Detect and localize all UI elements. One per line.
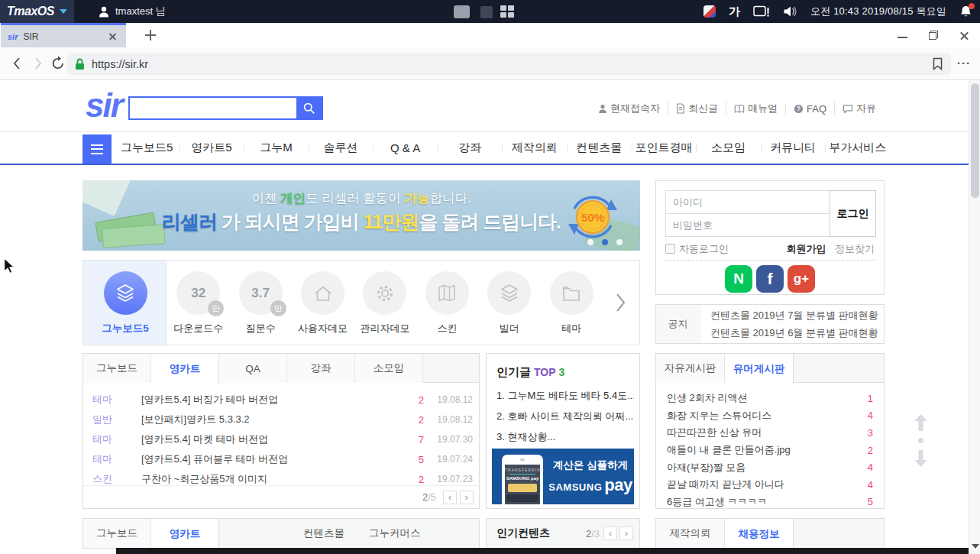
- browser-menu-icon[interactable]: [954, 54, 974, 73]
- site-logo[interactable]: sir: [86, 86, 122, 125]
- next-page-button[interactable]: ›: [460, 491, 474, 504]
- search-button[interactable]: [296, 98, 322, 118]
- quick-item-skin[interactable]: 스킨: [416, 261, 478, 345]
- login-password-input[interactable]: [665, 213, 830, 237]
- scroll-down-icon[interactable]: [914, 450, 927, 467]
- forward-button[interactable]: [31, 56, 45, 71]
- tab-qa[interactable]: QA: [219, 354, 287, 383]
- tab-free-board[interactable]: 자유게시판: [656, 354, 725, 383]
- page-scrollbar[interactable]: [969, 80, 980, 554]
- volume-icon[interactable]: [783, 5, 797, 18]
- googleplus-login-button[interactable]: g+: [788, 265, 815, 293]
- os-start-menu[interactable]: TmaxOS: [0, 0, 74, 23]
- nav-item-youngcart5[interactable]: 영카트5: [180, 132, 244, 164]
- tab-jobs-active[interactable]: 채용정보: [725, 519, 794, 549]
- next-page-button[interactable]: ›: [619, 526, 633, 540]
- taskbar-window-button-2[interactable]: [480, 6, 493, 18]
- link-current-visitors[interactable]: 현재접속자: [590, 102, 668, 115]
- search-input[interactable]: [130, 98, 296, 118]
- nav-item-contents-mall[interactable]: 컨텐츠몰: [567, 132, 632, 164]
- ime-flag-icon[interactable]: [703, 5, 716, 18]
- facebook-login-button[interactable]: f: [756, 265, 784, 293]
- tab-humor-board-active[interactable]: 유머게시판: [725, 354, 794, 384]
- tab-close-icon[interactable]: [107, 31, 119, 43]
- post-row[interactable]: 일반 [보안패치]영카트 5.3.3.2 2 19.08.12: [92, 410, 473, 429]
- notice-link[interactable]: 컨텐츠몰 2019년 7월 분류별 판매현황: [710, 309, 884, 322]
- auto-login-checkbox[interactable]: 자동로그인: [665, 242, 729, 256]
- scrollbar-thumb[interactable]: [971, 83, 979, 198]
- nav-item-gnuboard5[interactable]: 그누보드5: [115, 132, 180, 164]
- quick-menu-next-button[interactable]: [603, 261, 639, 345]
- popular-item[interactable]: 3. 현재상황...: [496, 430, 634, 451]
- popular-item[interactable]: 2. 호빠 사이트 제작의뢰 어쩌...: [496, 410, 634, 430]
- checkbox-icon[interactable]: [665, 244, 675, 254]
- refresh-button[interactable]: [50, 56, 66, 71]
- hamburger-menu-button[interactable]: [82, 134, 112, 164]
- tab-contents-mall[interactable]: 컨텐츠몰: [303, 519, 344, 548]
- login-button[interactable]: 로그인: [830, 190, 876, 237]
- link-faq[interactable]: ? FAQ: [785, 103, 834, 115]
- quick-item-gnuboard5[interactable]: 그누보드5: [83, 261, 167, 345]
- nav-item-groups[interactable]: 소모임: [696, 132, 761, 164]
- quick-item-admin-demo[interactable]: 관리자데모: [354, 261, 416, 345]
- nav-item-qna[interactable]: Q & A: [373, 132, 438, 164]
- samsung-pay-ad[interactable]: TRANSFERRING SAMSUNG pay 계산은 심플하게 SAMSUN…: [492, 449, 634, 504]
- address-bar[interactable]: https://sir.kr: [67, 53, 951, 75]
- humor-row[interactable]: 인생 2회차 리액션1: [667, 390, 873, 407]
- quick-item-theme[interactable]: 테마: [541, 261, 603, 345]
- nav-item-point-auction[interactable]: 포인트경매: [632, 132, 697, 164]
- notice-link[interactable]: 컨텐츠몰 2019년 6월 분류별 판매현황: [710, 326, 884, 340]
- back-button[interactable]: [10, 56, 24, 71]
- tab-request[interactable]: 제작의뢰: [656, 519, 725, 548]
- signup-link[interactable]: 회원가입: [786, 243, 826, 254]
- display-icon[interactable]: [753, 5, 770, 18]
- post-row[interactable]: 테마 [영카트5.4] 퓨어블루 테마 버전업 5 19.07.24: [92, 449, 473, 469]
- quick-item-questions[interactable]: 3.7 만 질문수: [229, 261, 291, 345]
- carousel-dot-2-active[interactable]: [602, 239, 608, 245]
- nav-item-solution[interactable]: 솔루션: [309, 132, 374, 164]
- taskbar-apps-grid-icon[interactable]: [500, 5, 514, 18]
- popular-item[interactable]: 1. 그누M도 베타도 베타 5.4도...: [496, 389, 634, 410]
- notifications-button[interactable]: [959, 5, 972, 18]
- tab-youngcart-active[interactable]: 영카트: [151, 354, 219, 384]
- taskbar-window-button-1[interactable]: [454, 5, 470, 18]
- new-tab-button[interactable]: [141, 26, 160, 44]
- scroll-up-icon[interactable]: [914, 414, 927, 431]
- prev-page-button[interactable]: ‹: [603, 526, 617, 540]
- humor-row[interactable]: 6등급 여고생 ㅋㅋㅋㅋ5: [667, 494, 873, 511]
- quick-item-user-demo[interactable]: 사용자데모: [292, 261, 354, 345]
- tab-gnuboard[interactable]: 그누보드: [83, 354, 151, 383]
- login-id-input[interactable]: [665, 190, 830, 214]
- naver-login-button[interactable]: N: [725, 265, 752, 293]
- os-clock[interactable]: 오전 10:43 2019/08/15 목요일: [810, 5, 946, 18]
- promo-banner[interactable]: 이젠 개인도 리셀러 활동이 가능합니다. 리셀러 가 되시면 가입비 11만원…: [82, 180, 640, 251]
- quick-item-builder[interactable]: 빌더: [478, 261, 540, 345]
- tab-group[interactable]: 소모임: [355, 354, 423, 383]
- link-latest-posts[interactable]: 최신글: [668, 102, 726, 115]
- tab-lecture[interactable]: 강좌: [287, 354, 355, 383]
- bookmark-icon[interactable]: [932, 57, 943, 70]
- restore-button[interactable]: [929, 31, 938, 40]
- quick-item-downloads[interactable]: 32 만 다운로드수: [167, 261, 229, 345]
- tab-gnuboard[interactable]: 그누보드: [83, 519, 151, 548]
- minimize-button[interactable]: [898, 37, 907, 38]
- ime-korean-indicator[interactable]: 가: [729, 5, 740, 19]
- humor-row[interactable]: 애들이 내 클론 만들어줌.jpg2: [667, 442, 873, 459]
- prev-page-button[interactable]: ‹: [443, 491, 457, 504]
- carousel-dot-3[interactable]: [616, 239, 623, 245]
- find-info-link[interactable]: 정보찾기: [835, 243, 875, 254]
- os-user-menu[interactable]: tmaxtest 님: [99, 5, 166, 18]
- humor-row[interactable]: 화장 지우는 스튜어디스4: [667, 407, 873, 425]
- nav-item-gnum[interactable]: 그누M: [244, 132, 309, 164]
- nav-item-lecture[interactable]: 강좌: [438, 132, 503, 164]
- tab-gnucommerce[interactable]: 그누커머스: [369, 519, 421, 548]
- nav-item-extra-services[interactable]: 부가서비스: [825, 132, 890, 164]
- tab-youngcart-active[interactable]: 영카트: [151, 519, 219, 549]
- humor-row[interactable]: 따끈따끈한 신상 유머3: [667, 424, 873, 442]
- humor-row[interactable]: 아재(부장)짤 모음4: [667, 458, 873, 476]
- link-manual[interactable]: 매뉴얼: [726, 102, 785, 115]
- humor-row[interactable]: 끝날 때까지 끝난게 아니다4: [667, 476, 873, 494]
- carousel-dot-1[interactable]: [587, 239, 593, 245]
- nav-item-request[interactable]: 제작의뢰: [502, 132, 567, 164]
- browser-tab[interactable]: sir SIR: [1, 23, 126, 47]
